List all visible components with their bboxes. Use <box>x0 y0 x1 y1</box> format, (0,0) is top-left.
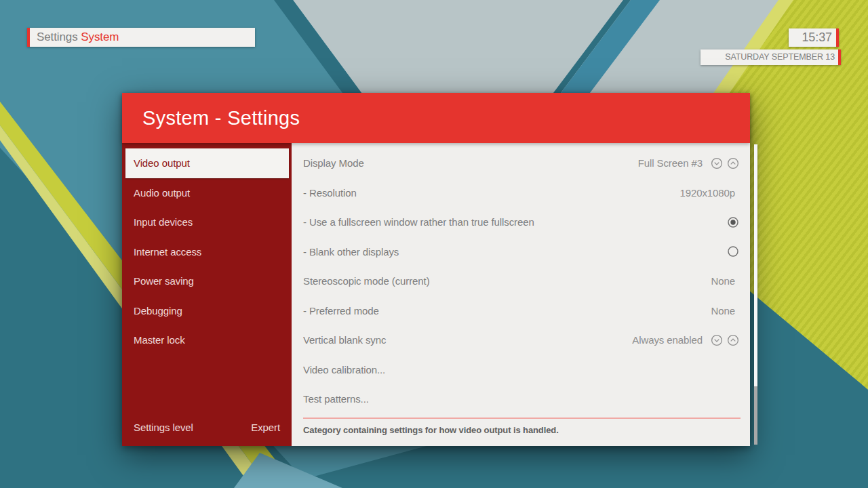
spin-down-icon[interactable] <box>711 157 723 169</box>
setting-value-area: 1920x1080p <box>679 187 739 199</box>
breadcrumb: Settings System <box>27 28 255 47</box>
breadcrumb-section: Settings <box>37 30 78 43</box>
setting-value-area: None <box>711 305 739 317</box>
sidebar-item-input-devices[interactable]: Input devices <box>122 207 292 237</box>
settings-dialog: System - Settings Video outputAudio outp… <box>122 93 750 446</box>
setting-value: None <box>711 305 735 317</box>
settings-level-label: Settings level <box>134 418 193 438</box>
setting-label: Video calibration... <box>303 364 739 375</box>
settings-panel: Display ModeFull Screen #3- Resolution19… <box>292 143 750 446</box>
spin-down-icon[interactable] <box>711 334 723 346</box>
settings-row[interactable]: Stereoscopic mode (current)None <box>292 266 750 296</box>
setting-label: - Preferred mode <box>303 305 711 317</box>
setting-label: Vertical blank sync <box>303 334 632 346</box>
setting-label: Display Mode <box>303 157 638 169</box>
settings-row[interactable]: Test patterns... <box>292 384 750 414</box>
settings-row[interactable]: Vertical blank syncAlways enabled <box>292 325 750 355</box>
setting-label: Stereoscopic mode (current) <box>303 275 711 287</box>
settings-row[interactable]: - Blank other displays <box>292 237 750 267</box>
setting-label: Test patterns... <box>303 393 739 405</box>
setting-value-area <box>727 245 739 258</box>
radio-on-icon[interactable] <box>727 216 739 228</box>
setting-value: None <box>711 275 735 287</box>
setting-value: Always enabled <box>632 334 703 346</box>
scrollbar[interactable] <box>754 144 757 445</box>
dialog-body: Video outputAudio outputInput devicesInt… <box>122 143 750 446</box>
breadcrumb-subsection: System <box>81 30 119 43</box>
setting-value: 1920x1080p <box>679 187 735 199</box>
settings-row[interactable]: - Resolution1920x1080p <box>292 178 750 208</box>
settings-row[interactable]: Video calibration... <box>292 355 750 385</box>
dialog-header: System - Settings <box>122 93 750 143</box>
settings-row[interactable]: - Use a fullscreen window rather than tr… <box>292 207 750 237</box>
setting-label: - Resolution <box>303 187 679 199</box>
date-display: SATURDAY SEPTEMBER 13 <box>701 49 841 65</box>
sidebar-item-power-saving[interactable]: Power saving <box>122 266 292 296</box>
scrollbar-track[interactable] <box>754 386 757 445</box>
settings-level-value: Expert <box>251 418 280 438</box>
radio-off-icon[interactable] <box>727 245 739 258</box>
sidebar-item-master-lock[interactable]: Master lock <box>122 325 292 355</box>
setting-label: - Use a fullscreen window rather than tr… <box>303 216 727 228</box>
scrollbar-thumb[interactable] <box>754 144 757 386</box>
dialog-title: System - Settings <box>122 93 750 143</box>
setting-value-area: Full Screen #3 <box>638 157 739 169</box>
setting-value: Full Screen #3 <box>638 157 703 169</box>
sidebar-item-video-output[interactable]: Video output <box>125 148 289 178</box>
settings-row[interactable]: - Preferred modeNone <box>292 296 750 326</box>
category-sidebar: Video outputAudio outputInput devicesInt… <box>122 143 292 446</box>
sidebar-item-debugging[interactable]: Debugging <box>122 296 292 326</box>
settings-row[interactable]: Display ModeFull Screen #3 <box>292 148 750 178</box>
setting-label: - Blank other displays <box>303 246 727 258</box>
spin-up-icon[interactable] <box>727 334 739 346</box>
sidebar-item-audio-output[interactable]: Audio output <box>122 178 292 208</box>
kodi-screen: Settings System 15:37 SATURDAY SEPTEMBER… <box>0 0 868 488</box>
setting-value-area: Always enabled <box>632 334 739 346</box>
setting-value-area: None <box>711 275 739 287</box>
settings-level-row[interactable]: Settings level Expert <box>122 418 292 438</box>
spin-up-icon[interactable] <box>727 157 739 169</box>
setting-value-area <box>727 216 739 228</box>
category-description: Category containing settings for how vid… <box>292 419 750 435</box>
clock: 15:37 <box>789 28 839 47</box>
sidebar-item-internet-access[interactable]: Internet access <box>122 237 292 267</box>
